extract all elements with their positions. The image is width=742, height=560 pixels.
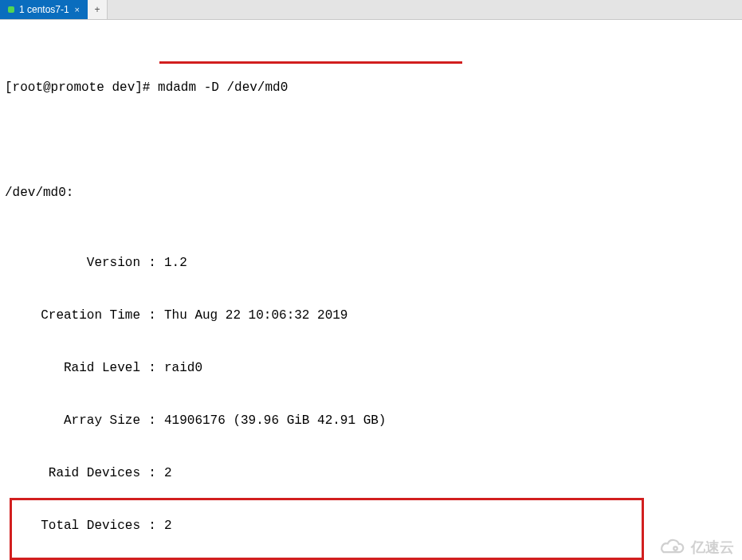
plus-icon: + <box>94 4 100 15</box>
tab-label: 1 centos7-1 <box>19 4 69 15</box>
device-line: /dev/md0: <box>5 184 737 202</box>
prompt-line: [root@promote dev]# mdadm -D /dev/md0 <box>5 79 737 96</box>
field-total-devices: Total Devices : 2 <box>5 517 737 535</box>
field-array-size: Array Size : 41906176 (39.96 GiB 42.91 G… <box>5 412 737 429</box>
field-raid-level: Raid Level : raid0 <box>5 359 737 377</box>
tab-bar: 1 centos7-1 × + <box>0 0 742 20</box>
field-version: Version : 1.2 <box>5 254 737 272</box>
status-dot-icon <box>8 6 14 13</box>
tab-centos7-1[interactable]: 1 centos7-1 × <box>0 0 88 19</box>
prompt-user-host: [root@promote dev]# <box>5 80 150 95</box>
close-icon[interactable]: × <box>75 5 80 14</box>
terminal-output[interactable]: [root@promote dev]# mdadm -D /dev/md0 /d… <box>0 20 742 560</box>
field-creation-time: Creation Time : Thu Aug 22 10:06:32 2019 <box>5 307 737 324</box>
new-tab-button[interactable]: + <box>88 0 108 19</box>
command-highlight <box>159 61 462 64</box>
field-raid-devices: Raid Devices : 2 <box>5 464 737 482</box>
command-text: mdadm -D /dev/md0 <box>158 80 288 95</box>
